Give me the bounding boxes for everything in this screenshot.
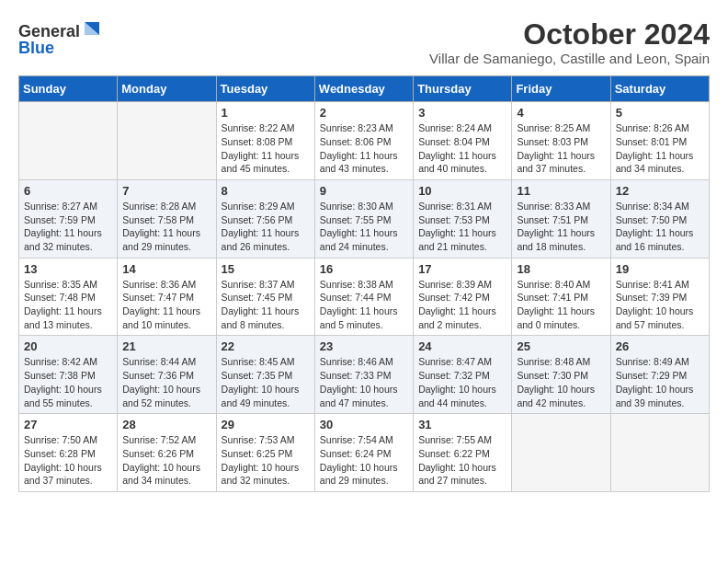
header-friday: Friday (512, 76, 610, 102)
day-info: Sunrise: 8:49 AM Sunset: 7:29 PM Dayligh… (616, 355, 704, 409)
day-info: Sunrise: 8:45 AM Sunset: 7:35 PM Dayligh… (222, 355, 310, 409)
location-title: Villar de Samaniego, Castille and Leon, … (429, 51, 710, 66)
calendar-week-5: 27Sunrise: 7:50 AM Sunset: 6:28 PM Dayli… (19, 414, 710, 492)
day-info: Sunrise: 8:46 AM Sunset: 7:33 PM Dayligh… (320, 355, 408, 409)
day-info: Sunrise: 8:36 AM Sunset: 7:47 PM Dayligh… (122, 278, 210, 332)
logo-svg: General Blue (18, 18, 101, 57)
day-info: Sunrise: 8:30 AM Sunset: 7:55 PM Dayligh… (320, 200, 408, 254)
svg-text:General: General (18, 22, 80, 40)
calendar-cell: 15Sunrise: 8:37 AM Sunset: 7:45 PM Dayli… (216, 258, 314, 336)
header-tuesday: Tuesday (216, 76, 314, 102)
day-info: Sunrise: 7:52 AM Sunset: 6:26 PM Dayligh… (122, 433, 210, 488)
calendar-cell: 11Sunrise: 8:33 AM Sunset: 7:51 PM Dayli… (512, 179, 610, 258)
calendar-cell: 2Sunrise: 8:23 AM Sunset: 8:06 PM Daylig… (314, 102, 413, 180)
calendar-cell: 27Sunrise: 7:50 AM Sunset: 6:28 PM Dayli… (19, 414, 118, 492)
day-info: Sunrise: 7:54 AM Sunset: 6:24 PM Dayligh… (320, 433, 408, 488)
calendar-cell: 30Sunrise: 7:54 AM Sunset: 6:24 PM Dayli… (314, 414, 413, 492)
day-info: Sunrise: 7:50 AM Sunset: 6:28 PM Dayligh… (24, 433, 112, 488)
calendar-cell (19, 102, 118, 180)
day-info: Sunrise: 7:55 AM Sunset: 6:22 PM Dayligh… (418, 433, 506, 488)
day-info: Sunrise: 8:26 AM Sunset: 8:01 PM Dayligh… (616, 121, 704, 176)
day-info: Sunrise: 8:23 AM Sunset: 8:06 PM Dayligh… (320, 121, 408, 176)
day-number: 2 (320, 106, 408, 120)
calendar-header-row: SundayMondayTuesdayWednesdayThursdayFrid… (19, 76, 710, 102)
calendar-cell: 22Sunrise: 8:45 AM Sunset: 7:35 PM Dayli… (216, 336, 314, 414)
day-number: 1 (222, 106, 310, 120)
day-info: Sunrise: 8:38 AM Sunset: 7:44 PM Dayligh… (320, 278, 408, 332)
calendar-cell: 18Sunrise: 8:40 AM Sunset: 7:41 PM Dayli… (512, 258, 610, 336)
day-number: 3 (418, 106, 506, 120)
calendar-cell: 24Sunrise: 8:47 AM Sunset: 7:32 PM Dayli… (414, 336, 512, 414)
calendar-cell: 29Sunrise: 7:53 AM Sunset: 6:25 PM Dayli… (216, 414, 314, 492)
day-number: 13 (24, 262, 112, 276)
day-info: Sunrise: 8:37 AM Sunset: 7:45 PM Dayligh… (222, 278, 310, 332)
calendar-week-4: 20Sunrise: 8:42 AM Sunset: 7:38 PM Dayli… (19, 336, 710, 414)
calendar-cell: 20Sunrise: 8:42 AM Sunset: 7:38 PM Dayli… (19, 336, 118, 414)
calendar-cell: 12Sunrise: 8:34 AM Sunset: 7:50 PM Dayli… (610, 179, 709, 258)
day-number: 30 (320, 418, 408, 431)
day-number: 17 (418, 262, 506, 276)
calendar-cell: 17Sunrise: 8:39 AM Sunset: 7:42 PM Dayli… (414, 258, 512, 336)
logo: General Blue (18, 18, 101, 57)
day-number: 12 (616, 184, 704, 198)
day-number: 14 (122, 262, 210, 276)
day-number: 11 (517, 184, 605, 198)
day-number: 10 (418, 184, 506, 198)
day-number: 29 (222, 418, 310, 431)
day-info: Sunrise: 8:41 AM Sunset: 7:39 PM Dayligh… (616, 278, 704, 332)
day-info: Sunrise: 8:47 AM Sunset: 7:32 PM Dayligh… (418, 355, 506, 409)
day-info: Sunrise: 8:39 AM Sunset: 7:42 PM Dayligh… (418, 278, 506, 332)
calendar-week-1: 1Sunrise: 8:22 AM Sunset: 8:08 PM Daylig… (19, 102, 710, 180)
day-info: Sunrise: 8:24 AM Sunset: 8:04 PM Dayligh… (418, 121, 506, 176)
header-saturday: Saturday (610, 76, 709, 102)
header-thursday: Thursday (414, 76, 512, 102)
day-number: 9 (320, 184, 408, 198)
calendar-cell (512, 414, 610, 492)
day-info: Sunrise: 8:34 AM Sunset: 7:50 PM Dayligh… (616, 200, 704, 254)
calendar-cell: 4Sunrise: 8:25 AM Sunset: 8:03 PM Daylig… (512, 102, 610, 180)
day-number: 31 (418, 418, 506, 431)
calendar-cell: 6Sunrise: 8:27 AM Sunset: 7:59 PM Daylig… (19, 179, 118, 258)
day-info: Sunrise: 8:27 AM Sunset: 7:59 PM Dayligh… (24, 200, 112, 254)
day-number: 5 (616, 106, 704, 120)
calendar-cell: 31Sunrise: 7:55 AM Sunset: 6:22 PM Dayli… (414, 414, 512, 492)
day-number: 28 (122, 418, 210, 431)
calendar-cell (610, 414, 709, 492)
day-info: Sunrise: 8:28 AM Sunset: 7:58 PM Dayligh… (122, 200, 210, 254)
day-info: Sunrise: 8:29 AM Sunset: 7:56 PM Dayligh… (222, 200, 310, 254)
day-info: Sunrise: 8:35 AM Sunset: 7:48 PM Dayligh… (24, 278, 112, 332)
calendar-table: SundayMondayTuesdayWednesdayThursdayFrid… (18, 75, 710, 492)
day-info: Sunrise: 8:40 AM Sunset: 7:41 PM Dayligh… (517, 278, 605, 332)
calendar-cell: 1Sunrise: 8:22 AM Sunset: 8:08 PM Daylig… (216, 102, 314, 180)
day-number: 6 (24, 184, 112, 198)
day-number: 24 (418, 339, 506, 353)
calendar-cell: 7Sunrise: 8:28 AM Sunset: 7:58 PM Daylig… (118, 179, 216, 258)
calendar-week-2: 6Sunrise: 8:27 AM Sunset: 7:59 PM Daylig… (19, 179, 710, 258)
day-info: Sunrise: 8:44 AM Sunset: 7:36 PM Dayligh… (122, 355, 210, 409)
day-number: 18 (517, 262, 605, 276)
title-area: October 2024 Villar de Samaniego, Castil… (429, 18, 710, 66)
header-monday: Monday (118, 76, 216, 102)
day-number: 22 (222, 339, 310, 353)
day-number: 15 (222, 262, 310, 276)
day-info: Sunrise: 8:31 AM Sunset: 7:53 PM Dayligh… (418, 200, 506, 254)
header-wednesday: Wednesday (314, 76, 413, 102)
day-number: 20 (24, 339, 112, 353)
day-info: Sunrise: 8:48 AM Sunset: 7:30 PM Dayligh… (517, 355, 605, 409)
calendar-cell (118, 102, 216, 180)
calendar-cell: 19Sunrise: 8:41 AM Sunset: 7:39 PM Dayli… (610, 258, 709, 336)
day-number: 19 (616, 262, 704, 276)
calendar-cell: 14Sunrise: 8:36 AM Sunset: 7:47 PM Dayli… (118, 258, 216, 336)
day-info: Sunrise: 8:22 AM Sunset: 8:08 PM Dayligh… (222, 121, 310, 176)
calendar-cell: 5Sunrise: 8:26 AM Sunset: 8:01 PM Daylig… (610, 102, 709, 180)
day-number: 23 (320, 339, 408, 353)
day-info: Sunrise: 8:33 AM Sunset: 7:51 PM Dayligh… (517, 200, 605, 254)
calendar-cell: 21Sunrise: 8:44 AM Sunset: 7:36 PM Dayli… (118, 336, 216, 414)
header-sunday: Sunday (19, 76, 118, 102)
day-number: 16 (320, 262, 408, 276)
calendar-cell: 13Sunrise: 8:35 AM Sunset: 7:48 PM Dayli… (19, 258, 118, 336)
calendar-cell: 8Sunrise: 8:29 AM Sunset: 7:56 PM Daylig… (216, 179, 314, 258)
calendar-cell: 25Sunrise: 8:48 AM Sunset: 7:30 PM Dayli… (512, 336, 610, 414)
day-info: Sunrise: 8:25 AM Sunset: 8:03 PM Dayligh… (517, 121, 605, 176)
calendar-cell: 28Sunrise: 7:52 AM Sunset: 6:26 PM Dayli… (118, 414, 216, 492)
